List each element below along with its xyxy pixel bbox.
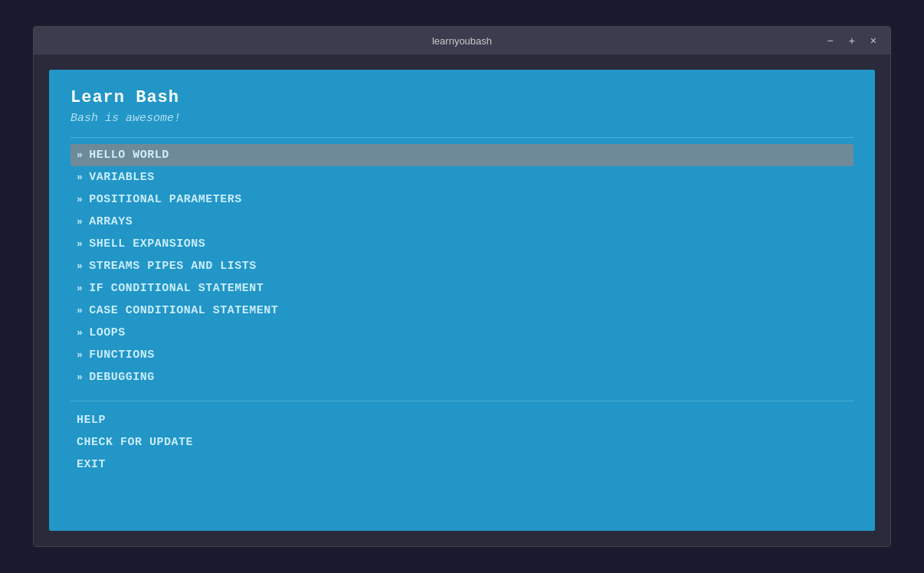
menu-arrow: » [77,194,83,205]
menu-item[interactable]: »HELLO WORLD [70,144,854,166]
close-button[interactable]: × [866,34,881,47]
maximize-button[interactable]: + [844,34,860,47]
menu-item-label: IF CONDITIONAL STATEMENT [89,282,264,295]
menu-item-label: ARRAYS [89,215,133,228]
menu-arrow: » [77,216,83,228]
menu-arrow: » [77,372,83,383]
menu-item[interactable]: »ARRAYS [70,211,854,233]
menu-arrow: » [77,149,83,161]
menu-item[interactable]: »VARIABLES [70,166,854,188]
menu-item[interactable]: »STREAMS PIPES AND LISTS [70,255,854,277]
menu-item[interactable]: »IF CONDITIONAL STATEMENT [70,277,854,300]
menu-item-label: HELLO WORLD [89,149,169,162]
menu-item-label: FUNCTIONS [89,349,155,362]
menu-item[interactable]: »FUNCTIONS [70,344,854,366]
menu-item-label: SHELL EXPANSIONS [89,237,205,250]
menu-item[interactable]: »CASE CONDITIONAL STATEMENT [70,300,854,322]
window-controls: − + × [822,34,881,47]
menu-arrow: » [77,238,83,250]
menu-item-label: CASE CONDITIONAL STATEMENT [89,304,278,317]
menu-item[interactable]: »SHELL EXPANSIONS [70,233,854,255]
footer-link[interactable]: HELP [70,411,854,430]
app-window: learnyoubash − + × Learn Bash Bash is aw… [33,26,891,547]
menu-arrow: » [77,349,83,361]
window-content: Learn Bash Bash is awesome! »HELLO WORLD… [34,54,890,546]
menu-arrow: » [77,172,83,183]
top-divider [70,137,854,138]
menu-arrow: » [77,283,83,294]
footer-link[interactable]: EXIT [70,455,854,474]
title-bar: learnyoubash − + × [34,27,890,54]
menu-item-label: LOOPS [89,326,126,339]
menu-arrow: » [77,305,83,316]
footer-link[interactable]: CHECK FOR UPDATE [70,433,854,452]
menu-item-label: STREAMS PIPES AND LISTS [89,260,257,273]
menu-item-label: DEBUGGING [89,371,155,384]
menu-item[interactable]: »POSITIONAL PARAMETERS [70,188,854,211]
menu-list: »HELLO WORLD»VARIABLES»POSITIONAL PARAME… [70,144,854,388]
menu-item[interactable]: »LOOPS [70,322,854,344]
app-title: Learn Bash [70,88,854,107]
menu-item-label: VARIABLES [89,171,155,184]
menu-item[interactable]: »DEBUGGING [70,366,854,388]
menu-arrow: » [77,327,83,339]
footer-links: HELPCHECK FOR UPDATEEXIT [70,411,854,474]
minimize-button[interactable]: − [822,34,837,47]
menu-arrow: » [77,260,83,272]
app-subtitle: Bash is awesome! [70,112,854,125]
menu-item-label: POSITIONAL PARAMETERS [89,193,242,206]
bottom-divider [70,401,854,401]
main-panel: Learn Bash Bash is awesome! »HELLO WORLD… [49,70,875,531]
window-title: learnyoubash [432,35,492,47]
